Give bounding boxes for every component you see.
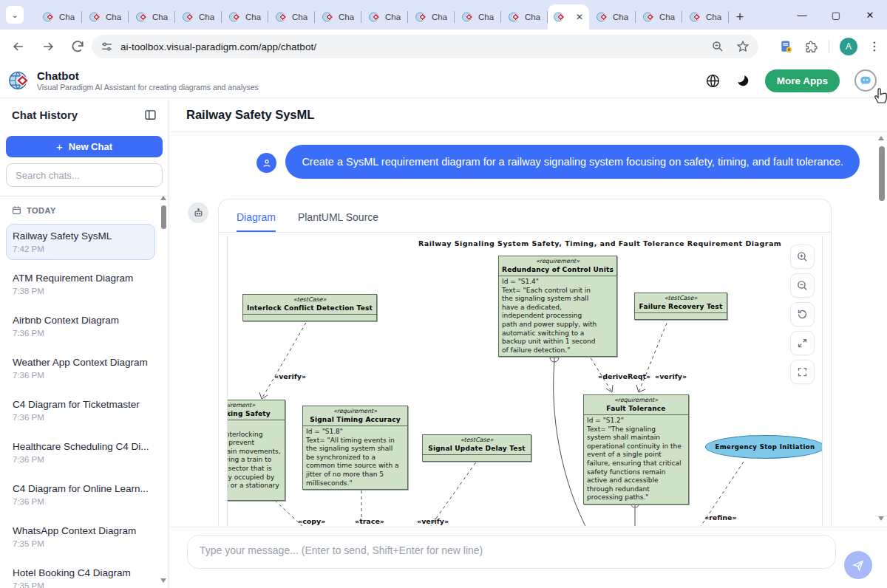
visual-paradigm-favicon: [415, 11, 427, 23]
conversation-title: Railway Safety SysML: [186, 108, 314, 122]
chat-history-item[interactable]: Weather App Context Diagram7:36 PM: [6, 350, 155, 386]
browser-tab[interactable]: Cha: [455, 4, 501, 30]
visual-paradigm-favicon: [183, 11, 194, 23]
sidebar: Chat History +New Chat Search chats... T…: [0, 98, 169, 588]
plus-icon: +: [56, 140, 63, 153]
toolbar-divider: [829, 40, 829, 53]
menu-dots-icon[interactable]: [868, 40, 881, 53]
new-tab-button[interactable]: +: [729, 4, 751, 30]
chat-history-item[interactable]: Hotel Booking C4 Diagram7:35 PM: [6, 561, 155, 588]
browser-tab[interactable]: Cha: [175, 4, 222, 30]
diagram-box[interactable]: «testCase»Interlock Conflict Detection T…: [242, 294, 377, 321]
more-apps-button[interactable]: More Apps: [765, 69, 840, 92]
reset-view-button[interactable]: [790, 302, 815, 327]
chat-history-item[interactable]: C4 Diagram for Online Learn...7:36 PM: [6, 476, 155, 513]
chat-history-item[interactable]: Railway Safety SysML7:42 PM: [6, 224, 155, 260]
browser-tab[interactable]: Cha: [361, 4, 408, 30]
edge-label: «verify»: [655, 372, 687, 380]
app-subtitle: Visual Paradigm AI Assistant for creatin…: [37, 83, 259, 92]
reading-list-icon[interactable]: [779, 39, 794, 54]
edge-label: «verify»: [417, 517, 449, 525]
chat-scrollbar[interactable]: [877, 136, 886, 521]
diagram-box[interactable]: «requirement»Fault ToleranceId = "S1.2"T…: [583, 394, 689, 505]
application-window: ⌄ ChaChaChaChaChaChaChaChaChaChaCha✕ChaC…: [0, 0, 887, 588]
visual-paradigm-favicon: [462, 11, 474, 23]
profile-avatar[interactable]: A: [840, 38, 857, 55]
tab-plantuml-source[interactable]: PlantUML Source: [298, 211, 378, 232]
diagram-viewport[interactable]: Railway Signaling System Safety, Timing,…: [227, 236, 823, 526]
address-bar[interactable]: ai-toolbox.visual-paradigm.com/app/chatb…: [92, 35, 758, 58]
chat-history-item[interactable]: C4 Diagram for Ticketmaster7:36 PM: [6, 392, 155, 428]
bot-response-card: Diagram PlantUML Source Railway Signalin…: [218, 199, 832, 526]
chat-history-item[interactable]: ATM Requirement Diagram7:38 PM: [6, 266, 155, 302]
scroll-up-arrow[interactable]: [160, 196, 166, 200]
chat-scroll-down[interactable]: [878, 516, 884, 521]
close-button[interactable]: ✕: [853, 0, 887, 30]
scroll-thumb[interactable]: [161, 205, 166, 229]
browser-tab[interactable]: Cha: [636, 4, 682, 30]
diagram-ellipse-emergency-stop[interactable]: Emergency Stop Initiation: [705, 435, 823, 459]
scroll-down-arrow[interactable]: [160, 578, 166, 583]
tab-diagram[interactable]: Diagram: [237, 211, 276, 232]
visual-paradigm-favicon: [229, 11, 241, 23]
diagram-box[interactable]: «requirement»Interlocking SafetyId = "S1…: [227, 400, 285, 501]
dark-mode-icon[interactable]: [735, 73, 750, 88]
browser-tab[interactable]: Cha: [129, 4, 175, 30]
chat-history-heading: Chat History: [12, 109, 78, 121]
browser-tab[interactable]: Cha: [315, 4, 361, 30]
maximize-button[interactable]: ▢: [819, 0, 853, 30]
tab-close-icon[interactable]: ✕: [576, 13, 583, 21]
diagram-box[interactable]: «testCase»Failure Recovery Test: [634, 293, 727, 320]
browser-tab-active[interactable]: ✕: [548, 4, 589, 30]
fullscreen-button[interactable]: [790, 360, 815, 384]
calendar-icon: [12, 205, 21, 215]
diagram-box[interactable]: «testCase»Signal Update Delay Test: [422, 434, 531, 462]
sidebar-scrollbar[interactable]: [160, 196, 167, 583]
expand-button[interactable]: [790, 331, 815, 355]
chat-scroll-up[interactable]: [878, 136, 884, 140]
send-button[interactable]: [844, 551, 872, 579]
site-settings-icon[interactable]: [101, 41, 113, 53]
browser-tab[interactable]: Cha: [408, 4, 455, 30]
browser-tab[interactable]: Cha: [35, 4, 82, 30]
back-button[interactable]: [6, 34, 31, 59]
chat-scroll-thumb[interactable]: [879, 146, 885, 201]
collapse-sidebar-icon[interactable]: [144, 109, 157, 121]
visual-paradigm-favicon: [554, 11, 565, 23]
search-chats-input[interactable]: Search chats...: [6, 163, 163, 187]
visual-paradigm-favicon: [276, 11, 288, 23]
minimize-button[interactable]: —: [785, 0, 819, 30]
url-text[interactable]: ai-toolbox.visual-paradigm.com/app/chatb…: [120, 41, 711, 52]
visual-paradigm-favicon: [597, 11, 608, 23]
chat-area: Create a SysML requirement diagram for a…: [170, 133, 887, 526]
visual-paradigm-favicon: [643, 11, 655, 23]
browser-tab[interactable]: Cha: [501, 4, 548, 30]
chat-history-item[interactable]: Airbnb Context Diagram7:36 PM: [6, 308, 155, 344]
visual-paradigm-favicon: [136, 11, 148, 23]
forward-button[interactable]: [35, 34, 61, 59]
edge-label: «deriveReqt»: [598, 372, 650, 380]
diagram-box[interactable]: «requirement»Redundancy of Control Units…: [498, 256, 617, 357]
zoom-icon[interactable]: [711, 40, 724, 53]
reload-button[interactable]: [65, 34, 90, 59]
chat-history-item[interactable]: WhatsApp Context Diagram7:35 PM: [6, 519, 155, 555]
language-globe-icon[interactable]: [705, 73, 721, 89]
browser-tab[interactable]: Cha: [682, 4, 729, 30]
app-title: Chatbot: [37, 69, 259, 82]
diagram-box[interactable]: «requirement»Signal Timing AccuracyId = …: [302, 406, 408, 490]
browser-tab[interactable]: Cha: [222, 4, 268, 30]
zoom-out-button[interactable]: [790, 273, 815, 298]
extensions-icon[interactable]: [804, 40, 818, 54]
zoom-in-button[interactable]: [790, 245, 815, 269]
bookmark-star-icon[interactable]: [736, 40, 750, 53]
browser-tab[interactable]: Cha: [589, 4, 636, 30]
browser-tab[interactable]: Cha: [82, 4, 129, 30]
window-controls: — ▢ ✕: [785, 0, 887, 30]
message-input[interactable]: Type your message... (Enter to send, Shi…: [187, 535, 836, 569]
new-chat-button[interactable]: +New Chat: [6, 136, 163, 157]
visual-paradigm-logo: [9, 70, 30, 91]
edge-label: «trace»: [355, 517, 384, 525]
chat-history-item[interactable]: Healthcare Scheduling C4 Di...7:36 PM: [6, 434, 155, 471]
tab-search-button[interactable]: ⌄: [6, 6, 24, 24]
browser-tab[interactable]: Cha: [268, 4, 315, 30]
